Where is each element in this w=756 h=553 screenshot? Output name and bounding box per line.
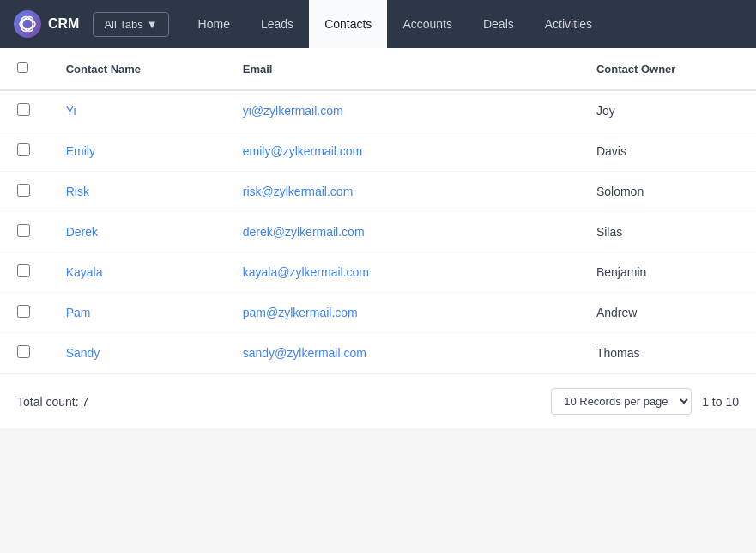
row-owner-cell: Joy: [579, 90, 756, 131]
row-checkbox-cell: [0, 172, 49, 212]
content-area: Contact Name Email Contact Owner Yi yi@z…: [0, 48, 756, 374]
row-email-cell: kayala@zylkermail.com: [226, 252, 579, 293]
contacts-table: Contact Name Email Contact Owner Yi yi@z…: [0, 48, 756, 374]
brand-icon: [14, 10, 41, 38]
row-owner-cell: Silas: [579, 212, 756, 252]
row-contact-name-cell: Derek: [49, 212, 226, 252]
row-checkbox-cell: [0, 212, 49, 252]
row-email-cell: emily@zylkermail.com: [226, 131, 579, 172]
th-contact-owner[interactable]: Contact Owner: [579, 48, 756, 90]
table-row: Derek derek@zylkermail.com Silas: [0, 212, 756, 252]
email-link[interactable]: pam@zylkermail.com: [243, 306, 358, 319]
table-row: Risk risk@zylkermail.com Solomon: [0, 172, 756, 212]
email-link[interactable]: risk@zylkermail.com: [243, 185, 354, 198]
table-footer: Total count: 7 10 Records per page 20 Re…: [0, 374, 756, 428]
row-owner-cell: Davis: [579, 131, 756, 172]
row-checkbox-7[interactable]: [17, 345, 30, 358]
email-link[interactable]: yi@zylkermail.com: [243, 104, 343, 118]
email-link[interactable]: sandy@zylkermail.com: [243, 346, 366, 360]
th-contact-name[interactable]: Contact Name: [49, 48, 226, 90]
row-contact-name-cell: Sandy: [49, 333, 226, 374]
row-checkbox-cell: [0, 90, 49, 131]
nav-activities[interactable]: Activities: [529, 0, 608, 48]
email-link[interactable]: derek@zylkermail.com: [243, 225, 365, 239]
row-owner-cell: Andrew: [579, 293, 756, 333]
select-all-checkbox[interactable]: [17, 62, 28, 73]
row-email-cell: derek@zylkermail.com: [226, 212, 579, 252]
records-per-page-select[interactable]: 10 Records per page 20 Records per page …: [551, 388, 692, 415]
all-tabs-button[interactable]: All Tabs ▼: [93, 12, 168, 37]
total-count: Total count: 7: [17, 395, 88, 409]
table-row: Yi yi@zylkermail.com Joy: [0, 90, 756, 131]
row-checkbox-cell: [0, 333, 49, 374]
contact-name-link[interactable]: Kayala: [66, 265, 103, 279]
row-owner-cell: Thomas: [579, 333, 756, 374]
row-contact-name-cell: Yi: [49, 90, 226, 131]
table-row: Emily emily@zylkermail.com Davis: [0, 131, 756, 172]
brand-name: CRM: [48, 16, 79, 32]
nav-accounts[interactable]: Accounts: [387, 0, 468, 48]
email-link[interactable]: kayala@zylkermail.com: [243, 265, 369, 279]
row-contact-name-cell: Emily: [49, 131, 226, 172]
brand: CRM: [14, 10, 79, 38]
table-row: Kayala kayala@zylkermail.com Benjamin: [0, 252, 756, 293]
row-checkbox-6[interactable]: [17, 305, 30, 318]
svg-point-2: [19, 15, 35, 33]
row-checkbox-4[interactable]: [17, 224, 30, 237]
row-checkbox-2[interactable]: [17, 143, 30, 156]
row-email-cell: yi@zylkermail.com: [226, 90, 579, 131]
page-range: 1 to 10: [702, 395, 739, 409]
nav-deals[interactable]: Deals: [468, 0, 529, 48]
row-owner-cell: Benjamin: [579, 252, 756, 293]
row-checkbox-cell: [0, 131, 49, 172]
contact-name-link[interactable]: Pam: [66, 306, 91, 319]
row-contact-name-cell: Risk: [49, 172, 226, 212]
nav-leads[interactable]: Leads: [245, 0, 309, 48]
contact-name-link[interactable]: Risk: [66, 185, 89, 198]
contact-name-link[interactable]: Emily: [66, 144, 95, 158]
th-email[interactable]: Email: [226, 48, 579, 90]
nav-home[interactable]: Home: [183, 0, 245, 48]
row-checkbox-cell: [0, 293, 49, 333]
row-checkbox-cell: [0, 252, 49, 293]
all-tabs-label: All Tabs: [104, 18, 142, 31]
table-row: Sandy sandy@zylkermail.com Thomas: [0, 333, 756, 374]
row-owner-cell: Solomon: [579, 172, 756, 212]
contact-name-link[interactable]: Sandy: [66, 346, 100, 360]
contact-name-link[interactable]: Yi: [66, 104, 76, 118]
row-email-cell: risk@zylkermail.com: [226, 172, 579, 212]
all-tabs-chevron: ▼: [147, 18, 158, 31]
navbar: CRM All Tabs ▼ Home Leads Contacts Accou…: [0, 0, 756, 48]
row-contact-name-cell: Pam: [49, 293, 226, 333]
nav-contacts[interactable]: Contacts: [309, 0, 387, 48]
row-contact-name-cell: Kayala: [49, 252, 226, 293]
th-checkbox: [0, 48, 49, 90]
table-row: Pam pam@zylkermail.com Andrew: [0, 293, 756, 333]
contact-name-link[interactable]: Derek: [66, 225, 98, 239]
email-link[interactable]: emily@zylkermail.com: [243, 144, 362, 158]
nav-links: Home Leads Contacts Accounts Deals Activ…: [183, 0, 608, 48]
row-email-cell: pam@zylkermail.com: [226, 293, 579, 333]
table-body: Yi yi@zylkermail.com Joy Emily emily@zyl…: [0, 90, 756, 374]
row-email-cell: sandy@zylkermail.com: [226, 333, 579, 374]
table-header-row: Contact Name Email Contact Owner: [0, 48, 756, 90]
row-checkbox-3[interactable]: [17, 184, 30, 197]
row-checkbox-5[interactable]: [17, 264, 30, 277]
row-checkbox-1[interactable]: [17, 103, 30, 116]
footer-right: 10 Records per page 20 Records per page …: [551, 388, 739, 415]
